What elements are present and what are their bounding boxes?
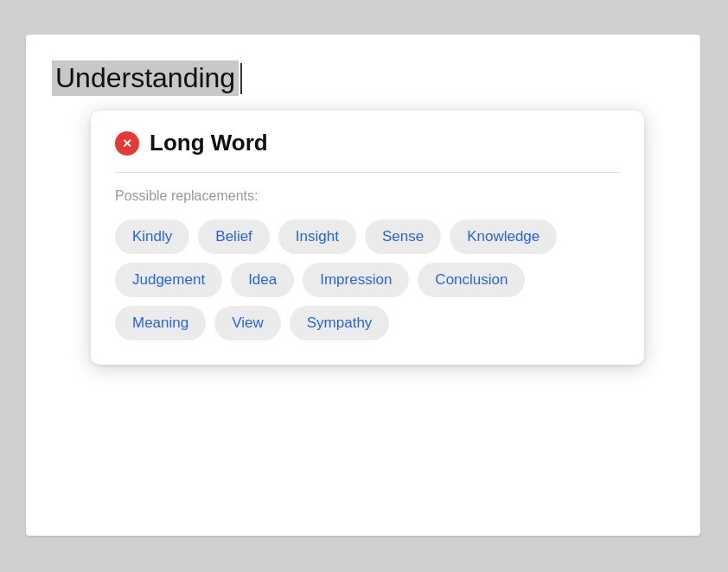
replacement-chip[interactable]: Sympathy [290,306,390,340]
replacement-chip[interactable]: Idea [231,263,294,297]
replacement-chip[interactable]: Sense [365,219,441,254]
page-container: Understanding Long Word Possible replace… [0,0,728,572]
replacement-chip[interactable]: Judgement [115,263,222,297]
editor-area: Understanding Long Word Possible replace… [26,35,700,536]
replacement-chip[interactable]: Knowledge [450,219,557,254]
text-input-area: Understanding [52,60,674,96]
replacement-chip[interactable]: View [214,306,281,340]
popup-title: Long Word [150,130,268,156]
chips-container: KindlyBeliefInsightSenseKnowledgeJudgeme… [115,219,620,340]
replacements-label: Possible replacements: [115,188,620,204]
dropdown-popup: Long Word Possible replacements: KindlyB… [91,111,644,365]
replacement-chip[interactable]: Insight [278,219,356,254]
popup-header: Long Word [115,130,620,173]
highlighted-word[interactable]: Understanding [52,60,239,96]
replacement-chip[interactable]: Belief [198,219,270,254]
replacement-chip[interactable]: Impression [303,263,409,297]
replacement-chip[interactable]: Kindly [115,219,189,254]
replacement-chip[interactable]: Conclusion [418,263,525,297]
text-cursor [240,63,242,94]
replacement-chip[interactable]: Meaning [115,306,206,340]
error-icon [115,131,139,156]
